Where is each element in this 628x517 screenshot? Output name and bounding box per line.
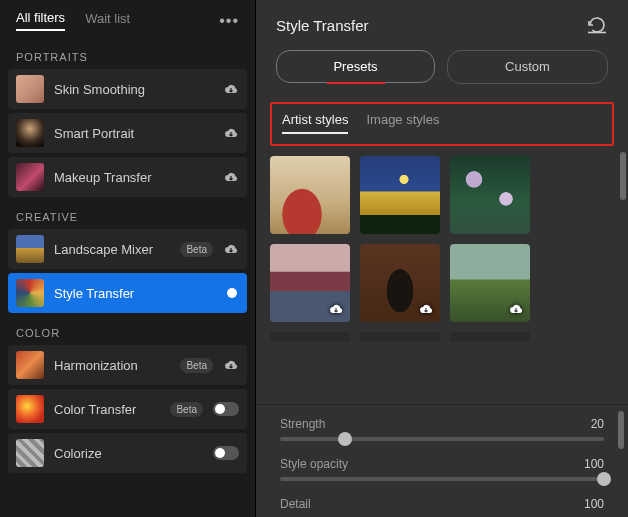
toggle-color-transfer[interactable]	[213, 402, 239, 416]
thumb-portrait-icon	[16, 119, 44, 147]
style-transfer-panel: Style Transfer Presets Custom Artist sty…	[255, 0, 628, 517]
thumb-colortransfer-icon	[16, 395, 44, 423]
cloud-download-icon[interactable]	[223, 82, 239, 96]
section-color: COLOR	[0, 313, 255, 345]
beta-badge: Beta	[180, 242, 213, 257]
tab-custom[interactable]: Custom	[447, 50, 608, 84]
filter-colorize[interactable]: Colorize	[8, 433, 247, 473]
preset-tile[interactable]	[360, 156, 440, 234]
thumb-makeup-icon	[16, 163, 44, 191]
toggle-style-transfer[interactable]	[213, 286, 239, 300]
panel-title: Style Transfer	[276, 17, 369, 34]
preset-tile[interactable]	[270, 244, 350, 322]
subtab-image-styles[interactable]: Image styles	[366, 112, 439, 134]
thumb-colorize-icon	[16, 439, 44, 467]
preset-tile[interactable]	[360, 244, 440, 322]
thumb-skin-icon	[16, 75, 44, 103]
filter-skin-smoothing[interactable]: Skin Smoothing	[8, 69, 247, 109]
section-creative: CREATIVE	[0, 197, 255, 229]
cloud-download-icon[interactable]	[418, 302, 434, 316]
filter-label: Skin Smoothing	[54, 82, 213, 97]
preset-tile[interactable]	[270, 332, 350, 342]
subtab-artist-styles[interactable]: Artist styles	[282, 112, 348, 134]
sliders-scrollbar[interactable]	[618, 411, 624, 449]
preset-grid	[270, 156, 614, 342]
slider-value: 100	[584, 497, 604, 511]
filters-sidebar: All filters Wait list ••• PORTRAITS Skin…	[0, 0, 255, 517]
section-portraits: PORTRAITS	[0, 37, 255, 69]
cloud-download-icon[interactable]	[223, 170, 239, 184]
more-menu-icon[interactable]: •••	[219, 12, 239, 30]
thumb-harmonization-icon	[16, 351, 44, 379]
filter-label: Makeup Transfer	[54, 170, 213, 185]
slider-label: Strength	[280, 417, 325, 431]
beta-badge: Beta	[180, 358, 213, 373]
slider-knob[interactable]	[597, 472, 611, 486]
filter-style-transfer[interactable]: Style Transfer	[8, 273, 247, 313]
slider-value: 100	[584, 457, 604, 471]
filter-landscape-mixer[interactable]: Landscape Mixer Beta	[8, 229, 247, 269]
preset-tile[interactable]	[450, 156, 530, 234]
slider-label: Style opacity	[280, 457, 348, 471]
slider-detail[interactable]: Detail100	[280, 497, 604, 511]
filter-label: Style Transfer	[54, 286, 203, 301]
thumb-landscape-icon	[16, 235, 44, 263]
filter-label: Harmonization	[54, 358, 170, 373]
filter-smart-portrait[interactable]: Smart Portrait	[8, 113, 247, 153]
cloud-download-icon[interactable]	[223, 358, 239, 372]
tab-all-filters[interactable]: All filters	[16, 10, 65, 31]
reset-icon[interactable]	[586, 16, 608, 34]
slider-style-opacity[interactable]: Style opacity100	[280, 457, 604, 481]
preset-scrollbar[interactable]	[618, 146, 626, 404]
tab-wait-list[interactable]: Wait list	[85, 11, 130, 30]
cloud-download-icon[interactable]	[508, 302, 524, 316]
preset-tile[interactable]	[270, 156, 350, 234]
preset-tile[interactable]	[450, 244, 530, 322]
slider-label: Detail	[280, 497, 311, 511]
thumb-style-icon	[16, 279, 44, 307]
slider-strength[interactable]: Strength20	[280, 417, 604, 441]
highlighted-subtabs: Artist styles Image styles	[270, 102, 614, 146]
filter-label: Color Transfer	[54, 402, 160, 417]
cloud-download-icon[interactable]	[223, 126, 239, 140]
filter-label: Landscape Mixer	[54, 242, 170, 257]
slider-knob[interactable]	[338, 432, 352, 446]
slider-value: 20	[591, 417, 604, 431]
toggle-colorize[interactable]	[213, 446, 239, 460]
beta-badge: Beta	[170, 402, 203, 417]
filter-harmonization[interactable]: Harmonization Beta	[8, 345, 247, 385]
cloud-download-icon[interactable]	[223, 242, 239, 256]
preset-tile[interactable]	[360, 332, 440, 342]
filter-makeup-transfer[interactable]: Makeup Transfer	[8, 157, 247, 197]
tab-presets[interactable]: Presets	[276, 50, 435, 83]
filter-label: Colorize	[54, 446, 203, 461]
filter-color-transfer[interactable]: Color Transfer Beta	[8, 389, 247, 429]
preset-tile[interactable]	[450, 332, 530, 342]
cloud-download-icon[interactable]	[328, 302, 344, 316]
filter-label: Smart Portrait	[54, 126, 213, 141]
